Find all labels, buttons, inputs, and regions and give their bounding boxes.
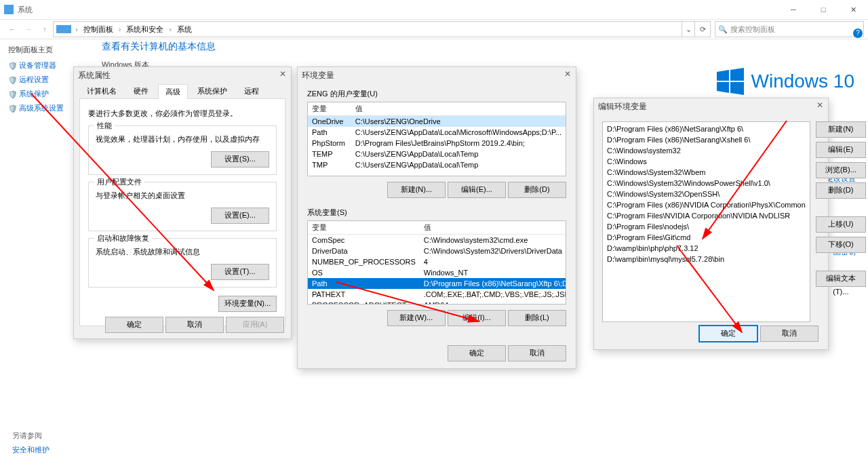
table-row[interactable]: NUMBER_OF_PROCESSORS4 <box>308 256 566 267</box>
list-item[interactable]: D:\Program Files (x86)\NetSarang\Xshell … <box>604 134 808 145</box>
table-row[interactable]: OneDriveC:\Users\ZENG\OneDrive <box>308 116 566 128</box>
close-icon[interactable]: ✕ <box>814 100 825 111</box>
table-row[interactable]: DriverDataC:\Windows\System32\Drivers\Dr… <box>308 246 566 256</box>
svg-marker-3 <box>730 82 744 95</box>
table-row[interactable]: OSWindows_NT <box>308 267 566 278</box>
windows-icon <box>717 68 744 95</box>
down-button[interactable]: 下移(O) <box>816 237 866 253</box>
main-titlebar: 系统 ─ □ ✕ <box>0 0 868 19</box>
sys-edit-button[interactable]: 编辑(I)... <box>448 310 506 326</box>
ok-button[interactable]: 确定 <box>105 317 163 333</box>
tab-computer-name[interactable]: 计算机名 <box>79 83 124 98</box>
table-row[interactable]: ComSpecC:\Windows\system32\cmd.exe <box>308 235 566 246</box>
list-item[interactable]: D:\Program Files (x86)\NetSarang\Xftp 6\ <box>604 123 808 134</box>
profile-group: 用户配置文件 与登录帐户相关的桌面设置 设置(E)... <box>88 182 277 231</box>
breadcrumb-2[interactable]: 系统 <box>174 20 195 39</box>
breadcrumb-0[interactable]: 控制面板 <box>81 20 116 39</box>
list-item[interactable]: D:\wamp\bin\php\php7.3.12 <box>604 243 808 254</box>
perf-header: 性能 <box>94 121 115 131</box>
minimize-button[interactable]: ─ <box>778 0 808 19</box>
svg-marker-0 <box>717 70 729 81</box>
svg-marker-2 <box>717 82 729 93</box>
apply-button[interactable]: 应用(A) <box>226 317 284 333</box>
delete-button[interactable]: 删除(D) <box>816 182 866 199</box>
edit-button[interactable]: 编辑(E) <box>816 142 866 158</box>
env-vars-dialog: 环境变量 ✕ ZENG 的用户变量(U) 变量值 OneDriveC:\User… <box>297 66 576 369</box>
list-item[interactable]: C:\Program Files\NVIDIA Corporation\NVID… <box>604 210 808 221</box>
sys-vars-table[interactable]: 变量值 ComSpecC:\Windows\system32\cmd.exeDr… <box>307 220 566 305</box>
search-input[interactable]: 🔍 搜索控制面板 <box>715 21 864 37</box>
startup-desc: 系统启动、系统故障和调试信息 <box>96 247 269 257</box>
profile-settings-button[interactable]: 设置(E)... <box>211 208 269 224</box>
seealso: 另请参阅 安全和维护 <box>12 431 50 455</box>
env-vars-button[interactable]: 环境变量(N)... <box>218 296 277 312</box>
list-item[interactable]: D:\Program Files\nodejs\ <box>604 221 808 232</box>
sys-delete-button[interactable]: 删除(L) <box>508 310 566 326</box>
editdlg-titlebar: 编辑环境变量 ✕ <box>594 98 828 115</box>
table-row[interactable]: PROCESSOR_ARCHITECT...AMD64 <box>308 300 566 305</box>
tab-protection[interactable]: 系统保护 <box>190 83 235 98</box>
table-row[interactable]: TMPC:\Users\ZENG\AppData\Local\Temp <box>308 159 566 170</box>
edittext-button[interactable]: 编辑文本(T)... <box>816 271 866 287</box>
shield-icon: 🛡️ <box>8 104 16 113</box>
path-list[interactable]: D:\Program Files (x86)\NetSarang\Xftp 6\… <box>602 121 810 322</box>
table-row[interactable]: PathC:\Users\ZENG\AppData\Local\Microsof… <box>308 127 566 138</box>
windows-logo-text: Windows 10 <box>751 71 854 92</box>
refresh-icon[interactable]: ⟳ <box>695 21 711 37</box>
table-row[interactable]: TEMPC:\Users\ZENG\AppData\Local\Temp <box>308 149 566 159</box>
shield-icon: 🛡️ <box>8 62 16 70</box>
col-var: 变量 <box>308 102 351 116</box>
list-item[interactable]: C:\Windows\system32 <box>604 145 808 156</box>
list-item[interactable]: C:\Windows\System32\Wbem <box>604 167 808 178</box>
new-button[interactable]: 新建(N) <box>816 121 866 138</box>
window-title: 系统 <box>18 0 33 19</box>
close-icon[interactable]: ✕ <box>277 68 288 79</box>
user-edit-button[interactable]: 编辑(E)... <box>448 182 506 198</box>
sys-new-button[interactable]: 新建(W)... <box>387 310 446 326</box>
table-row[interactable]: PATHEXT.COM;.EXE;.BAT;.CMD;.VBS;.VBE;.JS… <box>308 289 566 300</box>
cancel-button[interactable]: 取消 <box>165 317 224 333</box>
table-row[interactable]: PhpStormD:\Program Files\JetBrains\PhpSt… <box>308 138 566 149</box>
list-item[interactable]: D:\wamp\bin\mysql\mysql5.7.28\bin <box>604 254 808 265</box>
list-item[interactable]: D:\Program Files\Git\cmd <box>604 232 808 243</box>
breadcrumb-1[interactable]: 系统和安全 <box>123 20 166 39</box>
dropdown-icon[interactable]: ⌄ <box>682 21 695 37</box>
cancel-button[interactable]: 取消 <box>760 326 818 342</box>
system-icon <box>4 5 14 14</box>
col-val: 值 <box>351 102 566 116</box>
close-icon[interactable]: ✕ <box>562 68 573 79</box>
help-icon[interactable]: ? <box>853 28 863 38</box>
browse-button[interactable]: 浏览(B)... <box>816 162 866 178</box>
search-placeholder: 搜索控制面板 <box>730 20 775 39</box>
list-item[interactable]: C:\Windows <box>604 156 808 167</box>
user-delete-button[interactable]: 删除(D) <box>508 182 566 198</box>
ok-button[interactable]: 确定 <box>448 345 506 361</box>
main-content: 查看有关计算机的基本信息 Windows 版本 <box>102 41 216 70</box>
tab-advanced[interactable]: 高级 <box>158 84 188 99</box>
ok-button[interactable]: 确定 <box>698 325 758 342</box>
nav-up-icon[interactable]: ↑ <box>37 20 53 39</box>
cancel-button[interactable]: 取消 <box>508 345 566 361</box>
address-bar[interactable]: › 控制面板 › 系统和安全 › 系统 <box>53 21 682 37</box>
list-item[interactable]: C:\Windows\System32\WindowsPowerShell\v1… <box>604 178 808 189</box>
up-button[interactable]: 上移(U) <box>816 216 866 233</box>
table-row[interactable]: PathD:\Program Files (x86)\NetSarang\Xft… <box>308 278 566 289</box>
list-item[interactable]: C:\Program Files (x86)\NVIDIA Corporatio… <box>604 199 808 210</box>
seealso-header: 另请参阅 <box>12 431 50 441</box>
tab-hardware[interactable]: 硬件 <box>126 83 156 98</box>
perf-desc: 视觉效果，处理器计划，内存使用，以及虚拟内存 <box>96 134 269 144</box>
nav-back-icon[interactable]: ← <box>4 20 20 39</box>
list-item[interactable]: C:\Windows\System32\OpenSSH\ <box>604 189 808 199</box>
svg-marker-1 <box>730 68 744 81</box>
close-button[interactable]: ✕ <box>838 0 868 19</box>
user-new-button[interactable]: 新建(N)... <box>387 182 446 198</box>
startup-settings-button[interactable]: 设置(T)... <box>211 264 269 280</box>
perf-settings-button[interactable]: 设置(S)... <box>211 151 269 168</box>
maximize-button[interactable]: □ <box>808 0 838 19</box>
seealso-link[interactable]: 安全和维护 <box>12 446 50 454</box>
nav-forward-icon[interactable]: → <box>20 20 37 39</box>
user-vars-table[interactable]: 变量值 OneDriveC:\Users\ZENG\OneDrivePathC:… <box>307 102 566 176</box>
tab-remote[interactable]: 远程 <box>237 83 267 98</box>
perf-group: 性能 视觉效果，处理器计划，内存使用，以及虚拟内存 设置(S)... <box>88 125 277 175</box>
sidebar-header: 控制面板主页 <box>8 45 90 55</box>
